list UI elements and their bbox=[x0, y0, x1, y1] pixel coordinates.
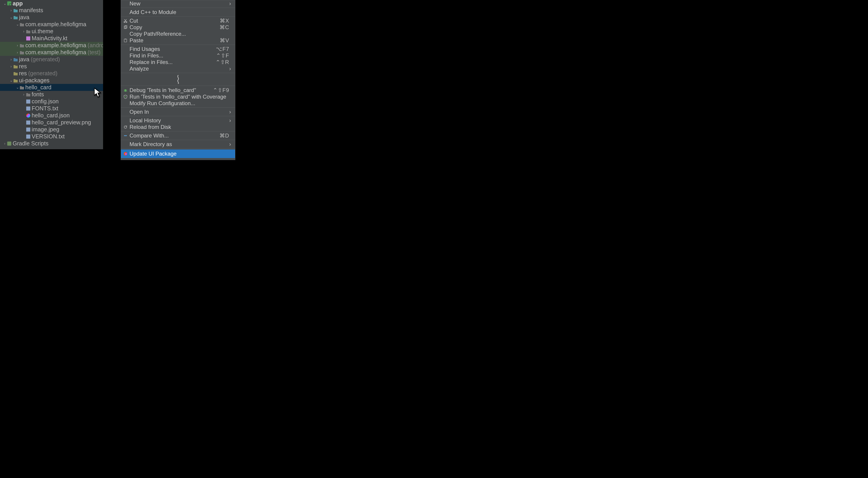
tree-row[interactable]: ⌄ui-packages bbox=[0, 77, 103, 84]
folder-gen-o-icon bbox=[13, 57, 18, 61]
tree-row[interactable]: config.json bbox=[0, 98, 103, 105]
menu-separator bbox=[121, 44, 235, 45]
tree-row[interactable]: hello_card_preview.png bbox=[0, 119, 103, 126]
chevron-down-icon[interactable]: ⌄ bbox=[9, 15, 13, 20]
menu-item[interactable]: Local History› bbox=[121, 117, 235, 124]
folder-res-icon bbox=[13, 71, 18, 76]
menu-item-label: Add C++ to Module bbox=[129, 9, 229, 16]
tree-row-label: com.example.hellofigma bbox=[25, 42, 86, 49]
menu-item-label: Cut bbox=[129, 18, 217, 24]
tree-row[interactable]: ›manifests bbox=[0, 7, 103, 14]
tree-row[interactable]: ›com.example.hellofigma(test) bbox=[0, 49, 103, 56]
menu-item-label: Copy Path/Reference... bbox=[129, 31, 229, 37]
menu-item-shortcut: ⌘X bbox=[220, 18, 229, 24]
tree-row[interactable]: ⌄hello_card bbox=[0, 84, 103, 91]
folder-cyan-icon bbox=[13, 8, 18, 12]
tree-row[interactable]: ⌄java bbox=[0, 14, 103, 21]
tree-row-label: MainActivity.kt bbox=[32, 35, 67, 41]
chevron-right-icon[interactable]: › bbox=[9, 57, 13, 61]
menu-item-shortcut: ⌘V bbox=[220, 37, 229, 43]
tree-row[interactable]: res(generated) bbox=[0, 70, 103, 77]
tree-row-label: res bbox=[19, 70, 27, 77]
menu-item[interactable]: Run 'Tests in 'hello_card'' with Coverag… bbox=[121, 93, 235, 100]
folder-gray-icon bbox=[20, 51, 24, 55]
tree-row[interactable]: ⌄com.example.hellofigma bbox=[0, 21, 103, 28]
chevron-right-icon[interactable]: › bbox=[3, 142, 6, 146]
menu-item[interactable]: Copy⌘C› bbox=[121, 24, 235, 31]
tree-row[interactable]: ›com.example.hellofigma(androidTest) bbox=[0, 42, 103, 49]
tree-row-label: com.example.hellofigma bbox=[25, 21, 86, 28]
tree-row[interactable]: ›Gradle Scripts bbox=[0, 140, 103, 147]
chevron-down-icon[interactable]: ⌄ bbox=[3, 1, 6, 6]
menu-item[interactable]: Add C++ to Module› bbox=[121, 9, 235, 16]
menu-item[interactable]: Cut⌘X› bbox=[121, 18, 235, 24]
menu-separator bbox=[121, 131, 235, 131]
folder-gray-icon bbox=[26, 29, 30, 33]
menu-item[interactable]: Find Usages⌥F7› bbox=[121, 46, 235, 52]
project-tree[interactable]: ⌄app›manifests⌄java⌄com.example.hellofig… bbox=[0, 0, 103, 149]
menu-item[interactable]: Copy Path/Reference...› bbox=[121, 31, 235, 37]
menu-item-label: Mark Directory as bbox=[129, 141, 229, 147]
tree-row-label: hello_card bbox=[25, 84, 51, 91]
svg-point-8 bbox=[125, 153, 127, 155]
menu-item[interactable]: Reload from Disk› bbox=[121, 124, 235, 130]
tree-row-suffix: (generated) bbox=[31, 56, 60, 63]
menu-item-label: Run 'Tests in 'hello_card'' with Coverag… bbox=[129, 94, 229, 100]
menu-item[interactable]: Modify Run Configuration...› bbox=[121, 100, 235, 107]
menu-item[interactable]: Debug 'Tests in 'hello_card''⌃⇧F9› bbox=[121, 87, 235, 93]
menu-item-shortcut: ⌃⇧F9 bbox=[213, 87, 229, 93]
gradle-icon-icon bbox=[7, 142, 11, 146]
bug-icon bbox=[123, 88, 128, 92]
chevron-down-icon[interactable]: ⌄ bbox=[9, 78, 13, 83]
tree-row-suffix: (test) bbox=[88, 49, 101, 56]
tree-row[interactable]: VERSION.txt bbox=[0, 133, 103, 140]
tree-row-label: java bbox=[19, 56, 29, 63]
chevron-right-icon[interactable]: › bbox=[16, 51, 19, 55]
file-kt-icon bbox=[26, 36, 30, 40]
chevron-right-icon[interactable]: › bbox=[16, 43, 19, 48]
chevron-right-icon[interactable]: › bbox=[9, 64, 13, 68]
tree-row[interactable]: image.jpeg bbox=[0, 126, 103, 133]
tree-row-label: image.jpeg bbox=[32, 126, 59, 133]
menu-truncation-icon bbox=[121, 74, 235, 85]
folder-res-icon bbox=[13, 79, 18, 83]
tree-row[interactable]: ›res bbox=[0, 63, 103, 70]
menu-item[interactable]: Find in Files...⌃⇧F› bbox=[121, 52, 235, 59]
tree-row[interactable]: MainActivity.kt bbox=[0, 35, 103, 42]
menu-item-label: Analyze bbox=[129, 66, 229, 72]
chevron-right-icon[interactable]: › bbox=[22, 92, 25, 96]
menu-separator bbox=[121, 73, 235, 73]
menu-separator bbox=[121, 86, 235, 86]
menu-item[interactable]: Update UI Package› bbox=[121, 149, 235, 158]
menu-item[interactable]: Analyze› bbox=[121, 65, 235, 72]
tree-row[interactable]: ›fonts bbox=[0, 91, 103, 98]
submenu-chevron-icon: › bbox=[229, 117, 232, 124]
menu-item[interactable]: Compare With...⌘D› bbox=[121, 132, 235, 139]
tree-row[interactable]: ⌄app bbox=[0, 0, 103, 7]
tree-row-label: hello_card_preview.png bbox=[32, 119, 91, 126]
menu-item[interactable]: Replace in Files...⌃⇧R› bbox=[121, 59, 235, 65]
menu-item[interactable]: Paste⌘V› bbox=[121, 37, 235, 43]
submenu-chevron-icon: › bbox=[229, 109, 232, 115]
context-menu[interactable]: New›Add C++ to Module›Cut⌘X›Copy⌘C›Copy … bbox=[121, 0, 235, 160]
chevron-down-icon[interactable]: ⌄ bbox=[16, 85, 19, 90]
menu-item-label: Debug 'Tests in 'hello_card'' bbox=[129, 87, 211, 93]
tree-row-label: res bbox=[19, 63, 27, 70]
reload-icon bbox=[123, 125, 128, 129]
submenu-chevron-icon: › bbox=[229, 66, 232, 72]
chevron-right-icon[interactable]: › bbox=[22, 29, 25, 33]
submenu-chevron-icon: › bbox=[229, 141, 232, 147]
tree-row[interactable]: ›ui.theme bbox=[0, 28, 103, 35]
chevron-down-icon[interactable]: ⌄ bbox=[16, 22, 19, 26]
menu-item[interactable]: Open In› bbox=[121, 109, 235, 115]
menu-item-label: Open In bbox=[129, 109, 229, 115]
menu-item[interactable]: New› bbox=[121, 0, 235, 7]
menu-item[interactable]: Mark Directory as› bbox=[121, 141, 235, 147]
file-json-icon bbox=[26, 99, 30, 103]
figma-icon bbox=[123, 151, 128, 156]
tree-row[interactable]: hello_card.json bbox=[0, 112, 103, 119]
tree-row[interactable]: ›java(generated) bbox=[0, 56, 103, 63]
tree-row[interactable]: FONTS.txt bbox=[0, 105, 103, 112]
folder-gray-icon bbox=[20, 22, 24, 26]
chevron-right-icon[interactable]: › bbox=[9, 8, 13, 12]
